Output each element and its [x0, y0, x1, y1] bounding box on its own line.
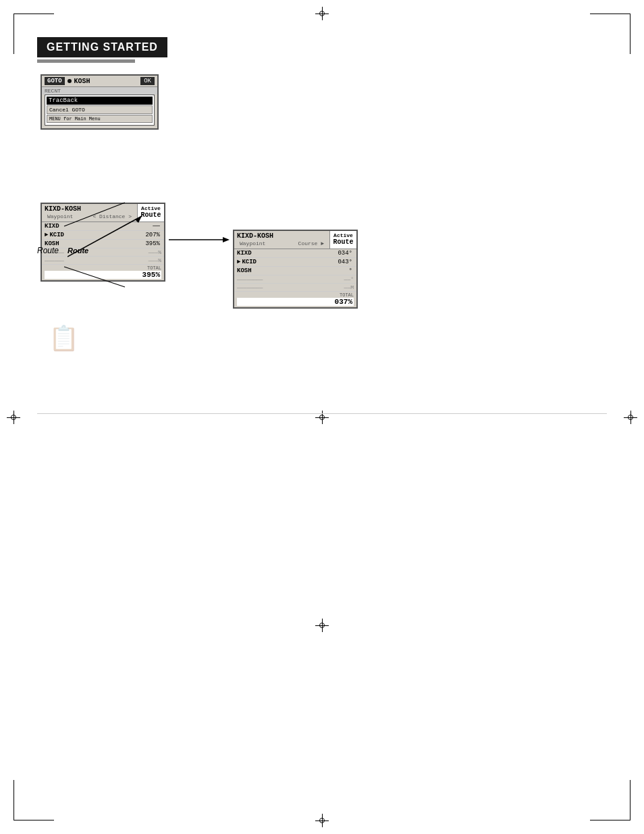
- svg-text:Route: Route: [37, 246, 59, 255]
- dashes-row-1-3: ———————— ——°: [234, 276, 356, 284]
- course-kcid: 043°: [272, 259, 354, 265]
- dashes-dist-2-3: ——M: [263, 284, 354, 290]
- dashes-row-2-3: ———————— ——M: [234, 284, 356, 292]
- reg-mark-bottom: [315, 814, 329, 827]
- dashes-dist-1-3: ——°: [263, 276, 354, 282]
- svg-line-4: [64, 267, 125, 287]
- waypoint-kosh-3: KOSH: [237, 267, 267, 274]
- border-bottom-left: [14, 820, 54, 820]
- border-left-bottom: [14, 780, 14, 820]
- reg-mark-right: [624, 411, 637, 424]
- reg-mark-left: [7, 411, 20, 424]
- course-kixd: 034°: [267, 250, 354, 257]
- recnt-label: RECNT: [45, 88, 61, 94]
- reg-mark-bottom-center: [315, 619, 329, 632]
- goto-button: GOTO: [45, 77, 65, 85]
- svg-line-3: [64, 203, 125, 226]
- menu-tracback: TracBack: [47, 97, 153, 105]
- center-divider: [37, 413, 607, 414]
- gps-screen-goto: GOTO KOSH OK RECNT TracBack Cancel GOTO …: [41, 74, 159, 130]
- menu-hint: MENU for Main Menu: [47, 115, 153, 123]
- total-label-3: TOTAL: [237, 292, 354, 298]
- dashes-2-3: ————————: [237, 284, 263, 290]
- waypoint-row-kosh-3: KOSH °: [234, 267, 356, 276]
- recnt-bar: RECNT: [42, 87, 157, 95]
- border-bottom-right: [590, 820, 630, 820]
- page-title: GETTING STARTED: [47, 41, 158, 53]
- callout-arrow-screen3: [169, 213, 257, 267]
- ok-button: OK: [140, 77, 155, 85]
- header-underline: [37, 59, 135, 63]
- goto-bar: GOTO KOSH OK: [42, 76, 157, 87]
- destination-label: KOSH: [74, 78, 141, 85]
- watermark-icon: 📋: [49, 324, 76, 358]
- getting-started-header: GETTING STARTED: [37, 37, 167, 57]
- menu-cancel-goto: Cancel GOTO: [47, 105, 153, 114]
- dashes-1-3: ————————: [237, 276, 263, 282]
- total-section-3: TOTAL 037%: [234, 292, 356, 307]
- course-kosh: °: [267, 267, 354, 274]
- border-right-top: [630, 14, 630, 54]
- reg-mark-top: [315, 7, 329, 20]
- active-label-3: Active: [333, 232, 354, 238]
- dot-indicator: [68, 79, 72, 83]
- border-top-left: [14, 14, 54, 14]
- active-route-badge-3: Active Route: [329, 231, 356, 249]
- border-left-top: [14, 14, 14, 54]
- route-badge-label-3: Route: [333, 238, 354, 246]
- total-value-3: 037%: [237, 298, 354, 306]
- svg-marker-7: [223, 237, 230, 242]
- border-right-bottom: [630, 780, 630, 820]
- reg-mark-center: [315, 411, 329, 424]
- border-top-right: [590, 14, 630, 14]
- col2-header-3: Course ►: [298, 240, 324, 246]
- menu-popup: TracBack Cancel GOTO MENU for Main Menu: [45, 95, 155, 126]
